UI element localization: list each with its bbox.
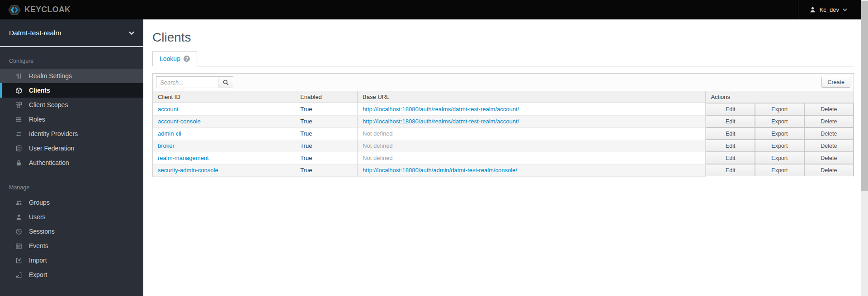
clock-icon: [15, 228, 23, 235]
sidebar-item-label: Users: [29, 213, 46, 221]
calendar-icon: [15, 243, 23, 249]
delete-button[interactable]: Delete: [804, 115, 854, 127]
sidebar-item-label: Realm Settings: [29, 72, 72, 80]
edit-cell: Edit: [706, 140, 755, 152]
tab-lookup-label: Lookup: [160, 55, 180, 62]
export-button[interactable]: Export: [755, 127, 804, 140]
client-link[interactable]: account: [158, 106, 179, 113]
base-url-cell: Not defined: [358, 152, 706, 164]
table-row: realm-management True Not defined Edit E…: [153, 152, 854, 164]
database-icon: [15, 145, 23, 152]
edit-cell: Edit: [706, 152, 755, 164]
export-icon: [15, 272, 23, 278]
export-button[interactable]: Export: [755, 103, 804, 115]
realm-selector[interactable]: Datmt-test-realm: [0, 19, 143, 47]
enabled-cell: True: [295, 127, 358, 140]
table-toolbar: Create: [153, 74, 854, 91]
main-content: Clients Lookup ?: [143, 19, 868, 296]
export-button[interactable]: Export: [755, 152, 804, 164]
edit-cell: Edit: [706, 115, 755, 127]
table-row: account-console True http://localhost:18…: [153, 115, 854, 127]
client-link[interactable]: account-console: [158, 118, 201, 125]
tab-lookup[interactable]: Lookup ?: [152, 51, 197, 66]
sidebar-item-users[interactable]: Users: [0, 210, 143, 224]
realm-name: Datmt-test-realm: [9, 29, 61, 37]
delete-button[interactable]: Delete: [804, 140, 854, 152]
section-label-manage: Manage: [0, 180, 143, 195]
vertical-scrollbar[interactable]: [861, 0, 868, 296]
search-group: [156, 76, 233, 88]
sidebar-item-roles[interactable]: Roles: [0, 112, 143, 127]
user-icon: [809, 6, 816, 13]
delete-cell: Delete: [804, 152, 854, 164]
edit-button[interactable]: Edit: [706, 103, 755, 115]
client-link[interactable]: admin-cli: [158, 130, 181, 137]
search-input[interactable]: [156, 76, 218, 88]
sidebar-item-sessions[interactable]: Sessions: [0, 224, 143, 239]
delete-button[interactable]: Delete: [804, 152, 854, 164]
delete-button[interactable]: Delete: [804, 127, 854, 140]
cubes-icon: [15, 102, 23, 108]
client-link[interactable]: realm-management: [158, 155, 209, 161]
sidebar: Datmt-test-realm Configure Realm Setting…: [0, 19, 143, 296]
sidebar-item-groups[interactable]: Groups: [0, 195, 143, 210]
edit-button[interactable]: Edit: [706, 140, 755, 152]
edit-button[interactable]: Edit: [706, 152, 755, 164]
client-link[interactable]: broker: [158, 142, 175, 149]
create-button[interactable]: Create: [821, 77, 850, 88]
page-title: Clients: [152, 30, 854, 45]
brand-text: KEYCLOAK: [24, 5, 71, 14]
help-icon[interactable]: ?: [184, 56, 190, 62]
delete-cell: Delete: [804, 140, 854, 152]
exchange-icon: [15, 131, 23, 137]
enabled-cell: True: [295, 152, 358, 164]
clients-table: Client ID Enabled Base URL Actions accou…: [153, 91, 854, 177]
sidebar-item-label: Sessions: [29, 228, 55, 235]
edit-cell: Edit: [706, 103, 755, 116]
sidebar-item-clients[interactable]: Clients: [0, 83, 143, 98]
table-row: account True http://localhost:18080/auth…: [153, 103, 854, 116]
search-button[interactable]: [218, 76, 233, 88]
export-button[interactable]: Export: [755, 115, 804, 127]
sidebar-item-events[interactable]: Events: [0, 239, 143, 253]
table-header-row: Client ID Enabled Base URL Actions: [153, 91, 854, 103]
sidebar-item-realm-settings[interactable]: Realm Settings: [0, 69, 143, 83]
export-cell: Export: [755, 103, 804, 116]
clients-table-container: Create Client ID Enabled Base URL Action…: [152, 73, 854, 177]
section-label-configure: Configure: [0, 53, 143, 69]
scrollbar-thumb[interactable]: [861, 1, 868, 191]
edit-cell: Edit: [706, 164, 755, 176]
sidebar-item-identity-providers[interactable]: Identity Providers: [0, 127, 143, 141]
sidebar-item-label: Groups: [29, 199, 50, 206]
delete-button[interactable]: Delete: [804, 164, 854, 176]
client-link[interactable]: security-admin-console: [158, 167, 218, 174]
export-cell: Export: [755, 140, 804, 152]
export-cell: Export: [755, 164, 804, 176]
user-name: Kc_dev: [820, 6, 839, 13]
list-icon: [15, 116, 23, 123]
export-button[interactable]: Export: [755, 164, 804, 176]
sidebar-item-authentication[interactable]: Authentication: [0, 155, 143, 170]
export-cell: Export: [755, 152, 804, 164]
base-url-link[interactable]: http://localhost:18080/auth/admin/datmt-…: [363, 167, 517, 174]
sidebar-item-user-federation[interactable]: User Federation: [0, 141, 143, 155]
sidebar-item-export[interactable]: Export: [0, 268, 143, 282]
search-icon: [222, 79, 229, 86]
export-button[interactable]: Export: [755, 140, 804, 152]
sidebar-item-client-scopes[interactable]: Client Scopes: [0, 98, 143, 112]
edit-button[interactable]: Edit: [706, 115, 755, 127]
edit-button[interactable]: Edit: [706, 164, 755, 176]
edit-button[interactable]: Edit: [706, 127, 755, 140]
base-url-cell: http://localhost:18080/auth/realms/datmt…: [358, 103, 706, 116]
keycloak-logo: KEYCLOAK: [8, 5, 71, 15]
client-id-cell: broker: [153, 140, 295, 152]
sidebar-item-label: Events: [29, 242, 48, 249]
base-url-cell: http://localhost:18080/auth/realms/datmt…: [358, 115, 706, 127]
delete-button[interactable]: Delete: [804, 103, 854, 115]
delete-cell: Delete: [804, 115, 854, 127]
base-url-link[interactable]: http://localhost:18080/auth/realms/datmt…: [363, 106, 519, 113]
sidebar-item-import[interactable]: Import: [0, 253, 143, 268]
base-url-link[interactable]: http://localhost:18080/auth/realms/datmt…: [363, 118, 519, 125]
user-menu[interactable]: Kc_dev: [798, 0, 868, 19]
user-caret-icon: [843, 8, 847, 11]
